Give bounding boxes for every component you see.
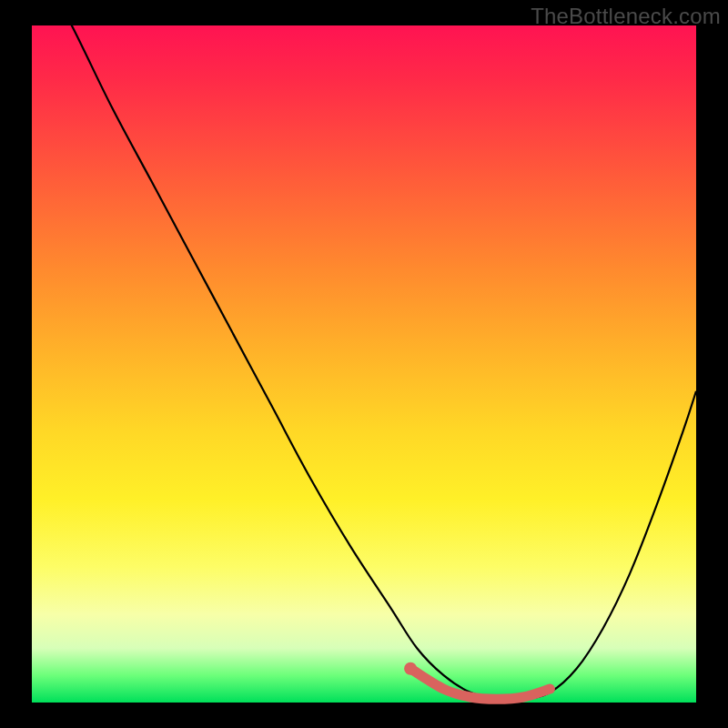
highlight-start-dot [404, 662, 417, 675]
highlight-segment [410, 669, 550, 700]
plot-area [32, 25, 696, 703]
bottleneck-curve [32, 0, 696, 700]
chart-frame: TheBottleneck.com [0, 0, 728, 728]
bottleneck-curve-svg [32, 25, 696, 703]
